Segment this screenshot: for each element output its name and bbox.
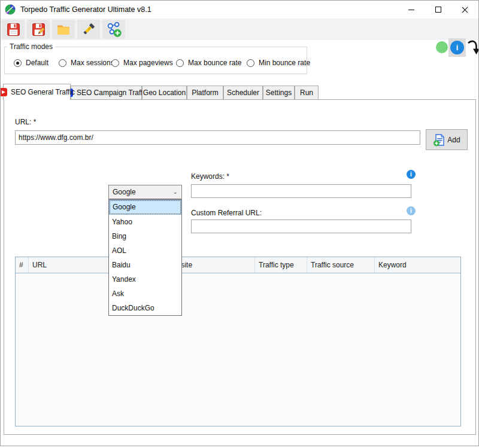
dropdown-option-aol[interactable]: AOL: [109, 243, 181, 258]
save-icon: [6, 22, 21, 37]
curved-arrow-icon: [467, 39, 479, 56]
maximize-button[interactable]: [425, 1, 451, 19]
radio-default[interactable]: Default: [14, 59, 48, 67]
radio-label: Max bounce rate: [188, 59, 241, 67]
add-connection-icon: [106, 22, 122, 38]
tab-seo-general-traffic[interactable]: SEO General Traffic: [3, 84, 71, 100]
tab-label: Scheduler: [227, 89, 259, 97]
radio-min-bounce-rate[interactable]: Min bounce rate: [247, 59, 310, 67]
minimize-icon: [408, 10, 414, 10]
radio-icon: [176, 59, 184, 67]
tab-run[interactable]: Run: [295, 86, 319, 99]
add-document-icon: [433, 133, 446, 147]
flashlight-icon: [81, 22, 96, 37]
close-button[interactable]: [451, 1, 478, 19]
results-grid: # URL Website Traffic type Traffic sourc…: [15, 257, 461, 426]
radio-icon: [111, 59, 119, 67]
dropdown-option-ask[interactable]: Ask: [109, 287, 181, 301]
chevron-down-icon: ⌄: [173, 189, 178, 195]
column-header-number[interactable]: #: [16, 257, 29, 273]
open-button[interactable]: [52, 20, 75, 39]
tab-label: Platform: [192, 89, 219, 97]
save-button[interactable]: [2, 20, 25, 39]
add-button[interactable]: Add: [426, 129, 468, 150]
column-header-traffic-type[interactable]: Traffic type: [255, 257, 307, 273]
column-header-traffic-source[interactable]: Traffic source: [307, 257, 375, 273]
app-window: Torpedo Traffic Generator Ultimate v8.1: [0, 0, 479, 446]
tab-geo-location[interactable]: Geo Location: [142, 86, 187, 99]
grid-header-row: # URL Website Traffic type Traffic sourc…: [16, 257, 460, 273]
dropdown-option-google[interactable]: Google: [109, 200, 181, 215]
dropdown-option-bing[interactable]: Bing: [109, 229, 181, 243]
radio-label: Max pageviews: [123, 59, 173, 67]
url-label: URL: *: [15, 118, 36, 126]
info-icon: i: [450, 41, 464, 54]
info-button[interactable]: i: [448, 38, 466, 57]
search-engine-selected-value: Google: [113, 188, 136, 196]
add-button-label: Add: [447, 136, 460, 144]
tab-label: SEO Campaign Traffic: [77, 89, 148, 97]
radio-max-sessions[interactable]: Max sessions: [59, 59, 114, 67]
red-play-icon: [0, 88, 7, 96]
keywords-info-icon[interactable]: i: [407, 170, 416, 179]
radio-max-pageviews[interactable]: Max pageviews: [111, 59, 173, 67]
grid-body-empty: [16, 273, 460, 426]
save-as-icon: [31, 22, 46, 37]
tab-label: Settings: [266, 89, 292, 97]
dropdown-option-duckduckgo[interactable]: DuckDuckGo: [109, 301, 181, 315]
custom-referral-label: Custom Referral URL:: [191, 209, 262, 217]
flashlight-button[interactable]: [77, 20, 100, 39]
save-as-button[interactable]: [27, 20, 50, 39]
radio-label: Max sessions: [71, 59, 114, 67]
update-arrow-button[interactable]: [466, 38, 479, 57]
tab-scheduler[interactable]: Scheduler: [223, 86, 263, 99]
radio-icon: [247, 59, 254, 67]
keywords-label: Keywords: *: [191, 172, 229, 181]
radio-max-bounce-rate[interactable]: Max bounce rate: [176, 59, 241, 67]
tab-label: Geo Location: [143, 89, 186, 97]
search-engine-select[interactable]: Google ⌄: [108, 185, 182, 199]
radio-icon: [59, 59, 66, 67]
open-folder-icon: [56, 22, 71, 37]
window-title: Torpedo Traffic Generator Ultimate v8.1: [20, 5, 151, 14]
tab-label: SEO General Traffic: [11, 88, 75, 96]
tab-seo-campaign-traffic[interactable]: SEO Campaign Traffic: [71, 86, 142, 99]
app-logo-icon: [5, 4, 16, 15]
url-input[interactable]: [15, 130, 420, 145]
tab-label: Run: [300, 89, 313, 97]
radio-label: Default: [26, 59, 48, 67]
radio-icon: [14, 59, 22, 67]
custom-referral-input[interactable]: [191, 220, 411, 233]
titlebar: Torpedo Traffic Generator Ultimate v8.1: [1, 1, 478, 19]
column-header-keyword[interactable]: Keyword: [375, 257, 460, 273]
tab-platform[interactable]: Platform: [187, 86, 223, 99]
close-icon: [462, 7, 468, 13]
dropdown-option-yahoo[interactable]: Yahoo: [109, 215, 181, 229]
traffic-modes-legend: Traffic modes: [7, 42, 55, 51]
tab-settings[interactable]: Settings: [263, 86, 295, 99]
custom-referral-info-icon[interactable]: i: [407, 206, 416, 215]
dropdown-option-baidu[interactable]: Baidu: [109, 258, 181, 272]
radio-label: Min bounce rate: [259, 59, 310, 67]
minimize-button[interactable]: [398, 1, 425, 19]
toolbar: i: [1, 19, 478, 40]
dropdown-option-yandex[interactable]: Yandex: [109, 272, 181, 287]
search-engine-dropdown: Google Yahoo Bing AOL Baidu Yandex Ask D…: [108, 199, 182, 316]
green-status-dot: [436, 41, 448, 53]
keywords-input[interactable]: [191, 184, 411, 198]
connections-button[interactable]: [102, 20, 125, 39]
maximize-icon: [435, 7, 441, 13]
